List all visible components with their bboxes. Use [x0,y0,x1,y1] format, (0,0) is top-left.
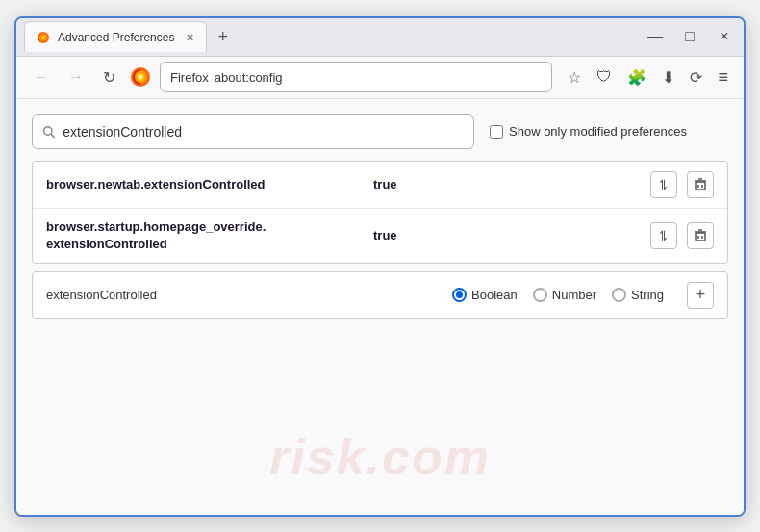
pref-toggle-button-2[interactable]: ⇌ [650,222,677,249]
svg-rect-14 [696,233,705,241]
add-preference-button[interactable]: + [687,282,714,309]
firefox-logo [129,65,152,89]
navigation-bar: ← → ↻ Firefox about:config ☆ 🛡 🧩 ⬇ ⟳ ≡ [16,57,744,99]
search-box[interactable] [32,114,474,149]
close-window-button[interactable]: × [713,25,736,48]
svg-line-8 [51,134,54,137]
table-row: browser.newtab.extensionControlled true … [33,162,727,209]
string-label: String [631,288,664,302]
new-pref-name: extensionControlled [46,288,181,302]
shield-icon[interactable]: 🛡 [593,64,616,89]
address-bar[interactable]: Firefox about:config [160,62,552,92]
pref-actions-2: ⇌ [650,222,714,249]
nav-icon-group: ☆ 🛡 🧩 ⬇ ⟳ [564,64,706,90]
tab-title: Advanced Preferences [58,31,174,44]
svg-point-6 [139,75,142,79]
window-controls: — □ × [644,25,736,48]
string-radio-circle[interactable] [612,288,626,302]
browser-window: Advanced Preferences × + — □ × ← → ↻ Fir… [14,16,746,517]
pref-name-1: browser.newtab.extensionControlled [46,177,373,191]
show-modified-checkbox[interactable] [490,125,503,139]
pref-delete-button-2[interactable] [687,222,714,249]
active-tab[interactable]: Advanced Preferences × [24,21,207,52]
type-radio-group: Boolean Number String [452,288,664,302]
search-row: Show only modified preferences [32,114,728,149]
svg-rect-9 [696,182,705,190]
search-icon [42,125,55,139]
back-button[interactable]: ← [28,64,55,89]
table-row: browser.startup.homepage_override.extens… [33,209,727,263]
tab-favicon [37,31,50,44]
extension-icon[interactable]: 🧩 [623,64,650,90]
download-icon[interactable]: ⬇ [658,64,678,90]
minimize-button[interactable]: — [644,25,667,48]
watermark: risk.com [269,428,491,486]
boolean-radio-circle[interactable] [452,288,467,302]
number-radio-circle[interactable] [533,288,547,302]
pref-value-1: true [373,177,397,191]
number-label: Number [552,288,596,302]
string-radio-option[interactable]: String [612,288,664,302]
pref-toggle-button-1[interactable]: ⇌ [650,171,677,198]
menu-button[interactable]: ≡ [714,65,732,89]
preferences-table: browser.newtab.extensionControlled true … [32,161,728,264]
svg-point-2 [41,36,45,39]
firefox-label: Firefox [170,70,209,85]
pref-value-2: true [373,228,397,242]
show-modified-label[interactable]: Show only modified preferences [490,124,687,139]
title-bar: Advanced Preferences × + — □ × [16,18,744,57]
pref-actions-1: ⇌ [650,171,714,198]
number-radio-option[interactable]: Number [533,288,596,302]
new-tab-button[interactable]: + [211,23,237,51]
bookmark-icon[interactable]: ☆ [564,64,585,90]
forward-button[interactable]: → [63,64,89,89]
pref-delete-button-1[interactable] [687,171,714,198]
add-preference-row: extensionControlled Boolean Number Strin… [32,271,728,319]
maximize-button[interactable]: □ [678,25,701,48]
boolean-label: Boolean [471,288,518,302]
content-area: risk.com Show only modified preferences … [16,99,744,515]
sync-icon[interactable]: ⟳ [686,64,706,90]
search-input[interactable] [63,124,464,139]
boolean-radio-option[interactable]: Boolean [452,288,518,302]
reload-button[interactable]: ↻ [97,64,121,90]
pref-name-2: browser.startup.homepage_override.extens… [46,218,373,253]
address-text: about:config [215,70,283,85]
tab-close-button[interactable]: × [186,30,193,45]
